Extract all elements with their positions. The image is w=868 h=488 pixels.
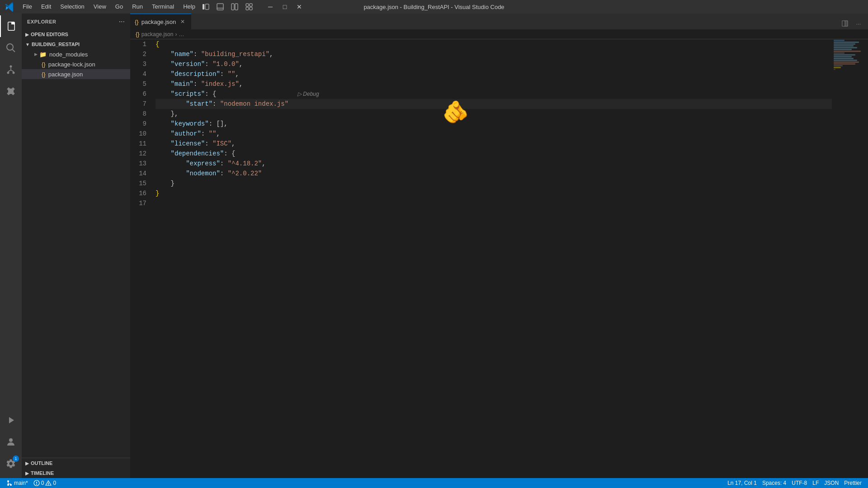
menu-go[interactable]: Go [111,0,127,14]
status-encoding[interactable]: UTF-8 [789,478,810,488]
line-number-6: 6 [130,89,146,99]
status-language-label: JSON [824,480,839,486]
status-formatter[interactable]: Prettier [841,478,864,488]
project-header[interactable]: BUILDING_RESTAPI [22,39,130,49]
minimap-content [832,39,868,70]
sidebar: Explorer ··· OPEN EDITORS BUILDING_RESTA… [22,14,130,478]
menu-terminal[interactable]: Terminal [147,0,179,14]
menu-selection[interactable]: Selection [56,0,89,14]
menu-run[interactable]: Run [127,0,147,14]
menu-file[interactable]: File [18,0,37,14]
status-errors[interactable]: 0 0 [31,478,59,488]
minimize-button[interactable]: ─ [263,2,278,12]
tab-package-json[interactable]: {} package.json ✕ [130,14,191,29]
menu-edit[interactable]: Edit [37,0,56,14]
svg-point-13 [7,72,9,74]
tab-close-button[interactable]: ✕ [179,18,187,26]
code-line-17[interactable] [156,198,832,208]
activity-explorer[interactable] [0,15,22,37]
split-editor-button[interactable] [839,18,851,29]
code-line-7[interactable]: "start": "nodemon index.js" [156,99,832,109]
activity-source-control[interactable] [0,59,22,80]
svg-point-14 [13,72,15,74]
code-line-3[interactable]: "version": "1.0.0", [156,59,832,69]
code-line-6[interactable]: "scripts": { [156,89,832,99]
status-warnings-count: 0 [53,480,56,486]
code-line-14[interactable]: "nodemon": "^2.0.22" [156,169,832,178]
vscode-logo [5,2,14,12]
toggle-editor-group-icon[interactable] [229,2,241,12]
activity-settings[interactable]: 1 [0,453,22,474]
menu-view[interactable]: View [89,0,111,14]
activity-search[interactable] [0,37,22,59]
line-number-9: 9 [130,119,146,129]
sidebar-menu-button[interactable]: ··· [119,18,125,26]
more-actions-button[interactable]: ··· [853,18,864,29]
titlebar: File Edit Selection View Go Run Terminal… [0,0,868,14]
breadcrumb-file[interactable]: package.json [142,31,174,38]
status-cursor[interactable]: Ln 17, Col 1 [725,478,760,488]
code-line-16[interactable]: } [156,188,832,198]
minimap[interactable] [832,39,868,478]
toggle-panel-icon[interactable] [214,2,226,12]
code-line-11[interactable]: "license": "ISC", [156,139,832,149]
code-line-13[interactable]: "express": "^4.18.2", [156,159,832,169]
svg-point-27 [36,484,37,485]
tab-bar: {} package.json ✕ ··· [130,14,868,29]
svg-rect-1 [205,4,209,9]
titlebar-icon-group [200,2,255,12]
line-number-8: 8 [130,109,146,119]
toggle-sidebar-icon[interactable] [200,2,212,12]
tab-label: package.json [142,19,176,25]
status-language[interactable]: JSON [821,478,841,488]
tree-item-package-lock[interactable]: {} package-lock.json [22,59,130,69]
svg-line-17 [11,70,14,72]
activity-run-debug[interactable] [0,409,22,431]
code-line-4[interactable]: "description": "", [156,69,832,79]
status-bar: main* 0 0 Ln 17, Col 1 Spaces: 4 UTF-8 L… [0,478,868,488]
svg-rect-8 [246,7,249,10]
tree-item-node-modules[interactable]: ▶ 📁 node_modules [22,49,130,59]
code-line-9[interactable]: "keywords": [], [156,119,832,129]
code-line-15[interactable]: } [156,178,832,188]
svg-point-29 [48,484,49,485]
code-line-12[interactable]: "dependencies": { [156,149,832,159]
outline-header[interactable]: OUTLINE [22,458,130,468]
line-number-12: 12 [130,149,146,159]
project-label: BUILDING_RESTAPI [32,42,80,47]
code-editor[interactable]: 1234567891011121314151617 { "name": "bui… [130,39,868,478]
code-line-2[interactable]: "name": "building_restapi", [156,49,832,59]
line-number-4: 4 [130,69,146,79]
breadcrumb-symbol[interactable]: … [179,31,184,38]
activity-extensions[interactable] [0,80,22,102]
debug-inline-widget[interactable]: ▷ Debug [297,89,319,99]
close-button[interactable]: ✕ [292,2,307,12]
open-editors-header[interactable]: OPEN EDITORS [22,29,130,39]
titlebar-menu: File Edit Selection View Go Run Terminal… [18,0,200,14]
code-line-1[interactable]: { [156,39,832,49]
menu-help[interactable]: Help [179,0,200,14]
status-errors-count: 0 [41,480,44,486]
window-title: package.json - Building_RestAPI - Visual… [363,4,504,10]
timeline-header[interactable]: TIMELINE [22,468,130,478]
window-controls: ─ □ ✕ [263,2,307,12]
tab-file-icon: {} [135,19,139,25]
tree-item-package-json[interactable]: {} package.json [22,69,130,79]
status-spaces[interactable]: Spaces: 4 [760,478,789,488]
code-line-5[interactable]: "main": "index.js", [156,79,832,89]
activity-bottom-group: 1 [0,409,22,478]
node-modules-label: node_modules [49,51,88,58]
json-file-icon: {} [42,61,46,68]
maximize-button[interactable]: □ [278,2,292,12]
status-eol[interactable]: LF [810,478,821,488]
code-line-8[interactable]: }, [156,109,832,119]
line-number-14: 14 [130,169,146,178]
customize-layout-icon[interactable] [243,2,255,12]
svg-rect-7 [250,4,252,6]
status-branch[interactable]: main* [4,478,31,488]
code-line-10[interactable]: "author": "", [156,129,832,139]
line-number-16: 16 [130,188,146,198]
svg-rect-19 [845,21,848,26]
code-content[interactable]: { "name": "building_restapi", "version":… [152,39,832,478]
activity-account[interactable] [0,431,22,453]
